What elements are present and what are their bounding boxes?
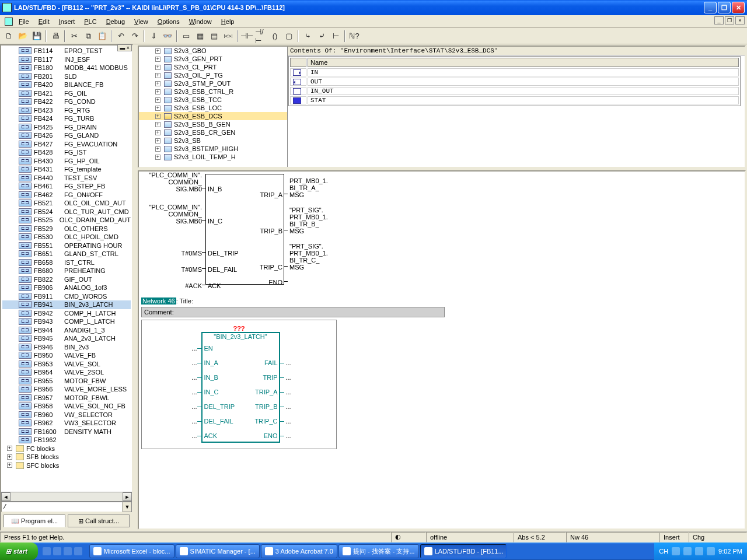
download-icon[interactable]: ⇓ xyxy=(147,30,160,43)
block-item[interactable]: ⊏⊐FB117INJ_ESF xyxy=(2,55,131,64)
struct-icon[interactable]: ▦ xyxy=(194,30,207,43)
block-item[interactable]: ⊏⊐FB946BIN_2v3 xyxy=(2,343,131,352)
open-icon[interactable]: 📂 xyxy=(16,30,29,43)
block-item[interactable]: ⊏⊐FB943COMP_L_LATCH xyxy=(2,317,131,326)
branch-close-icon[interactable]: ⤶ xyxy=(315,30,328,43)
monitor-icon[interactable]: 👓 xyxy=(161,30,174,43)
block-item[interactable]: ⊏⊐FB911CMD_WORDS xyxy=(2,292,131,301)
menu-file[interactable]: File xyxy=(15,17,33,26)
contact-nc-icon[interactable]: ⊣/⊢ xyxy=(254,30,267,43)
menu-edit[interactable]: Edit xyxy=(35,17,53,26)
block-item[interactable]: ⊏⊐FB462FG_ON#OFF xyxy=(2,191,131,200)
menu-debug[interactable]: Debug xyxy=(103,17,128,26)
mdi-restore[interactable]: ❐ xyxy=(725,16,734,24)
menu-window[interactable]: Window xyxy=(186,17,215,26)
block-item[interactable]: ⊏⊐FB530OLC_HPOIL_CMD xyxy=(2,233,131,242)
block-icon[interactable]: ▭ xyxy=(180,30,193,43)
box-icon[interactable]: ▢ xyxy=(282,30,295,43)
tab-program-elements[interactable]: 📖 Program el... xyxy=(4,514,65,527)
filter-input[interactable] xyxy=(1,502,123,512)
struct-tree[interactable]: +S2v3_GBO+S2v3_GEN_PRT+S2v3_CL_PRT+S2v3_… xyxy=(139,47,288,167)
coil-icon[interactable]: () xyxy=(268,30,281,43)
block-item[interactable]: ⊏⊐FB180MODB_441 MODBUS xyxy=(2,64,131,72)
block-item[interactable]: ⊏⊐FB658IST_CTRL xyxy=(2,258,131,267)
editor[interactable]: "PLC_COMM_IN".COMMON_SIG.MB0IN_B"PLC_COM… xyxy=(138,170,746,530)
block-item[interactable]: ⊏⊐FB420BILANCE_FB xyxy=(2,80,131,89)
panel-close-icon[interactable]: ▬ × xyxy=(117,44,132,51)
block-item[interactable]: ⊏⊐FB421FG_OIL xyxy=(2,89,131,98)
block-item[interactable]: ⊏⊐FB957MOTOR_FBWL xyxy=(2,394,131,402)
block-item[interactable]: ⊏⊐FB955MOTOR_FBW xyxy=(2,377,131,386)
ql-icon[interactable] xyxy=(74,547,82,555)
task-button[interactable]: LAD/STL/FBD - [FB11... xyxy=(420,544,507,558)
struct-item[interactable]: +S2v3_ESB_TCC xyxy=(139,96,287,104)
block-item[interactable]: ⊏⊐FB525OLC_DRAIN_CMD_AUT xyxy=(2,216,131,225)
paste-icon[interactable]: 📋 xyxy=(96,30,109,43)
clock[interactable]: 9:02 PM xyxy=(718,548,742,555)
scroll-right-icon[interactable]: ► xyxy=(123,492,132,501)
close-button[interactable]: ✕ xyxy=(732,2,745,13)
struct-item[interactable]: +S2v3_ESB_DCS xyxy=(139,112,287,120)
struct-item[interactable]: +S2v3_ESB_B_GEN xyxy=(139,120,287,128)
save-icon[interactable]: 💾 xyxy=(30,30,43,43)
cut-icon[interactable]: ✂ xyxy=(68,30,81,43)
struct-item[interactable]: +S2v3_SB xyxy=(139,136,287,145)
block-item[interactable]: ⊏⊐FB423FG_RTG xyxy=(2,106,131,115)
block-item[interactable]: ⊏⊐FB430FG_HP_OIL xyxy=(2,157,131,166)
struct-item[interactable]: +S2v3_ESB_CTRL_R xyxy=(139,88,287,96)
block-item[interactable]: ⊏⊐FB822GIF_OUT xyxy=(2,275,131,284)
block-item[interactable]: ⊏⊐FB960VW_SELECTOR xyxy=(2,411,131,419)
undo-icon[interactable]: ↶ xyxy=(114,30,127,43)
connection-icon[interactable]: ⊢ xyxy=(329,30,342,43)
block-item[interactable]: ⊏⊐FB953VALVE_SOL xyxy=(2,360,131,369)
task-button[interactable]: 3 Adobe Acrobat 7.0 xyxy=(261,544,337,558)
new-icon[interactable]: 🗋 xyxy=(2,30,15,43)
copy-icon[interactable]: ⧉ xyxy=(82,30,95,43)
block-item[interactable]: ⊏⊐FB529OLC_OTHERS xyxy=(2,225,131,233)
menu-options[interactable]: Options xyxy=(154,17,183,26)
block-item[interactable]: ⊏⊐FB114EPRO_TEST xyxy=(2,47,131,55)
block-tree[interactable]: ⊏⊐FB114EPRO_TEST⊏⊐FB117INJ_ESF⊏⊐FB180MOD… xyxy=(1,46,132,492)
contents-row[interactable]: OUT xyxy=(290,78,739,86)
mdi-icon[interactable] xyxy=(5,18,13,26)
block-item[interactable]: ⊏⊐FB425FG_DRAIN xyxy=(2,123,131,132)
print-icon[interactable]: 🖶 xyxy=(49,30,62,43)
task-button[interactable]: Microsoft Excel - bloc... xyxy=(89,544,174,558)
contents-row[interactable]: STAT xyxy=(290,96,739,104)
branch-open-icon[interactable]: ⤷ xyxy=(301,30,314,43)
struct-item[interactable]: +S2v3_GBO xyxy=(139,47,287,55)
help-icon[interactable]: ℕ? xyxy=(348,30,361,43)
tab-call-structure[interactable]: ⊞ Call struct... xyxy=(68,514,130,527)
task-button[interactable]: 提问 - 找答案 - 支持... xyxy=(338,544,419,558)
block-item[interactable]: ⊏⊐FB944ANADIGI_1_3 xyxy=(2,326,131,335)
start-button[interactable]: ⊞start xyxy=(0,542,38,560)
block-item[interactable]: ⊏⊐FB954VALVE_2SOL xyxy=(2,368,131,377)
mdi-close[interactable]: × xyxy=(735,16,745,24)
menu-insert[interactable]: Insert xyxy=(55,17,79,26)
block-item[interactable]: ⊏⊐FB201SLD xyxy=(2,72,131,81)
tree-group[interactable]: + FC blocks xyxy=(2,444,131,453)
block-item[interactable]: ⊏⊐FB906ANALOG_1of3 xyxy=(2,284,131,292)
struct-item[interactable]: +S2v3_ESB_LOC xyxy=(139,104,287,112)
block-item[interactable]: ⊏⊐FB1600DENSITY MATH xyxy=(2,428,131,436)
block-item[interactable]: ⊏⊐FB962VW3_SELECTOR xyxy=(2,419,131,428)
struct-item[interactable]: +S2v3_BSTEMP_HIGH xyxy=(139,145,287,153)
struct-item[interactable]: +S2v3_LOIL_TEMP_H xyxy=(139,153,287,161)
struct-item[interactable]: +S2v3_GEN_PRT xyxy=(139,55,287,63)
redo-icon[interactable]: ↷ xyxy=(128,30,141,43)
block-item[interactable]: ⊏⊐FB1962 xyxy=(2,436,131,444)
struct-item[interactable]: +S2v3_CL_PRT xyxy=(139,63,287,71)
tray-icon[interactable] xyxy=(672,547,680,555)
menu-view[interactable]: View xyxy=(131,17,152,26)
block-item[interactable]: ⊏⊐FB426FG_GLAND xyxy=(2,131,131,140)
block-item[interactable]: ⊏⊐FB461FG_STEP_FB xyxy=(2,182,131,191)
ql-icon[interactable] xyxy=(64,547,72,555)
system-tray[interactable]: CH 9:02 PM xyxy=(654,542,747,560)
block-item[interactable]: ⊏⊐FB945ANA_2v3_LATCH xyxy=(2,334,131,343)
struct-item[interactable]: +S2v3_OIL_P_TG xyxy=(139,71,287,79)
block-item[interactable]: ⊏⊐FB551OPERATING HOUR xyxy=(2,242,131,250)
block-item[interactable]: ⊏⊐FB521OLC_OIL_CMD_AUT xyxy=(2,199,131,208)
minimize-button[interactable]: _ xyxy=(704,2,717,13)
filter-dropdown-icon[interactable]: ▼ xyxy=(123,502,132,512)
tree-group[interactable]: + SFC blocks xyxy=(2,461,131,470)
